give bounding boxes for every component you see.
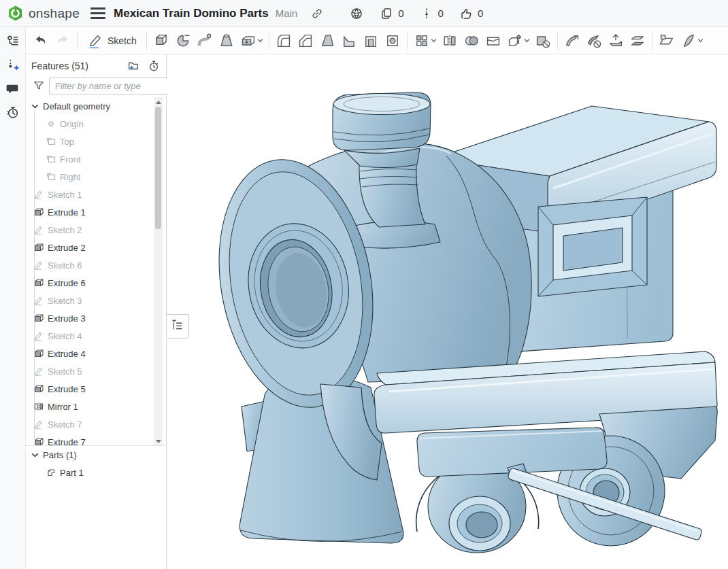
plane-icon[interactable] [656, 30, 678, 52]
thicken-dropdown-chevron-icon[interactable] [257, 37, 264, 44]
comments-icon[interactable] [5, 80, 21, 97]
feature-tree-item-origin[interactable]: Origin [26, 115, 154, 133]
copies-icon [379, 6, 394, 21]
mirror-icon[interactable] [439, 30, 461, 52]
document-title[interactable]: Mexican Train Domino Parts [114, 7, 269, 20]
feature-tree-item-default-geometry[interactable]: Default geometry [26, 97, 154, 115]
sweep-icon[interactable] [194, 30, 216, 52]
feature-tree-item-sketch-6[interactable]: Sketch 6 [26, 256, 154, 274]
draft-icon[interactable] [316, 30, 338, 52]
boolean-icon[interactable] [461, 30, 482, 52]
history-icon[interactable] [5, 104, 21, 120]
feature-tree-item-sketch-4[interactable]: Sketch 4 [26, 327, 154, 345]
feature-stopwatch-icon[interactable] [147, 59, 161, 73]
public-globe-icon[interactable] [349, 6, 364, 21]
extrude-tree-icon [33, 207, 44, 218]
main-menu-icon[interactable] [90, 6, 105, 21]
extrude-tree-icon [33, 242, 44, 254]
feature-tree-item-sketch-1[interactable]: Sketch 1 [26, 186, 154, 203]
sketch-button[interactable]: Sketch [81, 30, 143, 52]
extrude-tree-icon [33, 383, 44, 395]
transform-dropdown-chevron-icon[interactable] [523, 37, 531, 44]
origin-icon [45, 118, 56, 130]
chevron-down-icon[interactable] [30, 450, 40, 460]
filter-funnel-icon[interactable] [33, 80, 45, 93]
feature-tree-item-top[interactable]: Top [26, 133, 154, 150]
onshape-logo[interactable]: onshape [7, 5, 80, 22]
feature-tree-item-extrude-1[interactable]: Extrude 1 [26, 203, 154, 221]
fillet-icon[interactable] [273, 30, 295, 52]
loft-icon[interactable] [216, 30, 237, 52]
feature-label: Sketch 2 [48, 225, 82, 235]
feature-tree-item-extrude-3[interactable]: Extrude 3 [26, 309, 154, 327]
hole-icon[interactable] [382, 30, 403, 52]
shell-icon[interactable] [360, 30, 382, 52]
feature-tree-item-extrude-5[interactable]: Extrude 5 [26, 380, 154, 398]
feature-tree-item-sketch-5[interactable]: Sketch 5 [26, 362, 154, 380]
toolbar-divider [146, 32, 147, 50]
chamfer-icon[interactable] [295, 30, 316, 52]
likes-icon [459, 6, 474, 21]
feature-tree-item-extrude-2[interactable]: Extrude 2 [26, 239, 154, 256]
boundary-surface-dropdown-chevron-icon[interactable] [697, 37, 704, 44]
scrollbar-thumb[interactable] [155, 107, 161, 229]
workspace-name[interactable]: Main [276, 7, 298, 19]
linear-pattern-dropdown-chevron-icon[interactable] [430, 37, 437, 44]
feature-list-flyout-tab[interactable] [167, 314, 189, 339]
share-link-icon[interactable] [310, 6, 325, 21]
feature-tree-item-sketch-2[interactable]: Sketch 2 [26, 221, 154, 239]
feature-list-icon[interactable] [5, 33, 21, 49]
move-face-icon[interactable] [561, 30, 583, 52]
versions-icon[interactable] [5, 56, 21, 73]
feature-label: Sketch 7 [48, 419, 82, 430]
top-bar: onshape Mexican Train Domino Parts Main … [0, 0, 728, 27]
filter-input[interactable] [49, 77, 181, 94]
parts-section-header[interactable]: Parts (1) [26, 446, 166, 464]
parts-item-part-1[interactable]: Part 1 [26, 464, 166, 481]
extrude-icon[interactable] [150, 30, 172, 52]
feature-label: Origin [60, 119, 84, 129]
toolbar-divider [557, 32, 558, 50]
train-cab-window[interactable] [538, 197, 647, 296]
undo-icon[interactable] [30, 30, 52, 52]
split-icon[interactable] [482, 30, 504, 52]
rib-icon[interactable] [338, 30, 360, 52]
feature-tree-item-extrude-6[interactable]: Extrude 6 [26, 274, 154, 292]
extrude-tree-icon [33, 313, 44, 324]
sketch-tree-icon [33, 224, 44, 236]
onshape-logo-text: onshape [29, 6, 80, 21]
feature-tree-scrollbar[interactable] [154, 97, 163, 446]
delete-part-icon[interactable] [532, 30, 554, 52]
redo-icon[interactable] [52, 30, 73, 52]
sketch-tree-icon [33, 295, 44, 307]
plane-tree-icon [45, 154, 56, 165]
feature-tree-item-sketch-7[interactable]: Sketch 7 [26, 415, 154, 433]
feature-tree-item-right[interactable]: Right [26, 168, 154, 186]
feature-tree-item-mirror-1[interactable]: Mirror 1 [26, 398, 154, 415]
feature-label: Extrude 4 [48, 349, 86, 359]
chevron-down-icon[interactable] [30, 101, 40, 111]
part-tree-icon [45, 467, 56, 479]
scroll-up-arrow-icon[interactable] [154, 98, 163, 106]
train-3d-model[interactable] [167, 55, 728, 569]
copies-stat[interactable]: 0 [379, 6, 403, 21]
feature-tree-item-front[interactable]: Front [26, 150, 154, 168]
forks-stat[interactable]: 0 [419, 6, 444, 21]
revolve-icon[interactable] [172, 30, 194, 52]
likes-stat[interactable]: 0 [459, 6, 483, 21]
insert-folder-icon[interactable] [127, 59, 140, 73]
features-title: Features (51) [31, 61, 120, 71]
offset-surface-icon[interactable] [627, 30, 648, 52]
delete-face-icon[interactable] [583, 30, 605, 52]
feature-tree: Default geometryOriginTopFrontRightSketc… [26, 97, 154, 446]
feature-label: Extrude 2 [48, 243, 86, 253]
scroll-down-arrow-icon[interactable] [154, 437, 163, 445]
feature-toolbar: Sketch [26, 27, 728, 54]
feature-tree-item-extrude-7[interactable]: Extrude 7 [26, 433, 154, 446]
feature-label: Sketch 5 [48, 366, 82, 377]
feature-tree-item-extrude-4[interactable]: Extrude 4 [26, 345, 154, 362]
3d-viewport[interactable] [167, 55, 728, 569]
replace-face-icon[interactable] [605, 30, 627, 52]
feature-label: Top [60, 137, 74, 147]
feature-tree-item-sketch-3[interactable]: Sketch 3 [26, 292, 154, 309]
